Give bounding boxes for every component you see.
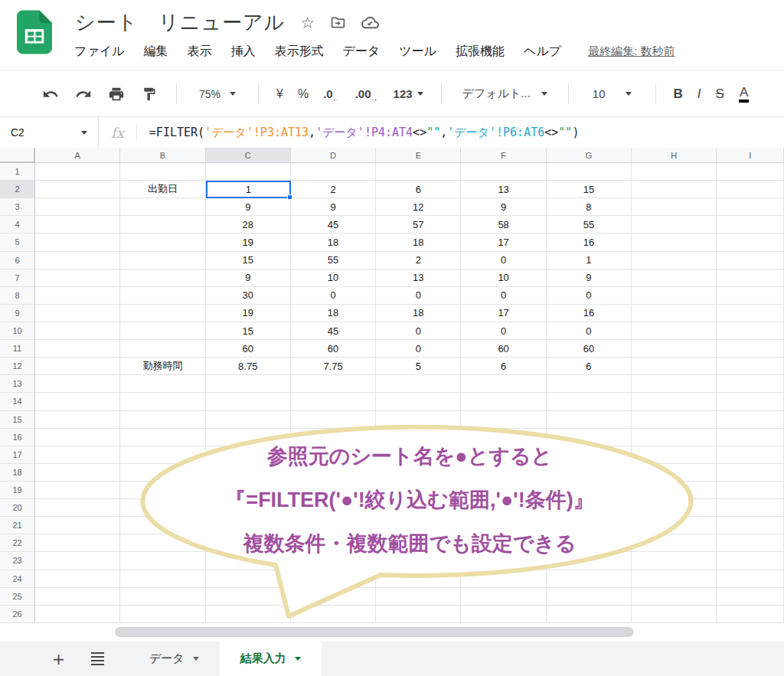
cell-B11[interactable]	[120, 340, 205, 358]
cell-G13[interactable]	[547, 375, 632, 393]
cell-C8[interactable]: 30	[206, 287, 291, 305]
last-edit-link[interactable]: 最終編集: 数秒前	[588, 44, 675, 59]
cell-G6[interactable]: 1	[547, 252, 632, 269]
row-header-6[interactable]: 6	[0, 252, 35, 269]
cell-I24[interactable]	[717, 570, 784, 588]
cell-B9[interactable]	[120, 305, 205, 322]
cell-D5[interactable]: 18	[291, 233, 376, 251]
undo-icon[interactable]	[41, 85, 60, 103]
cell-D11[interactable]: 60	[291, 340, 376, 358]
text-color-button[interactable]: A	[739, 85, 749, 103]
cell-A4[interactable]	[35, 216, 120, 233]
cell-I25[interactable]	[717, 588, 784, 606]
cell-A12[interactable]	[35, 358, 120, 375]
font-size-control[interactable]: 10	[586, 87, 638, 100]
cell-F3[interactable]: 9	[461, 198, 546, 216]
cell-I12[interactable]	[717, 358, 784, 375]
cell-B2[interactable]: 出勤日	[120, 181, 205, 198]
cell-G3[interactable]: 8	[547, 198, 632, 216]
cell-A13[interactable]	[35, 375, 120, 393]
menu-format[interactable]: 表示形式	[275, 44, 324, 60]
cell-E11[interactable]: 0	[376, 340, 461, 358]
cell-E6[interactable]: 2	[376, 252, 461, 269]
row-header-26[interactable]: 26	[0, 606, 35, 623]
cell-F9[interactable]: 17	[461, 305, 546, 322]
cell-B10[interactable]	[120, 322, 205, 340]
cell-I11[interactable]	[717, 340, 784, 358]
cell-A16[interactable]	[35, 429, 120, 446]
cell-H1[interactable]	[632, 163, 717, 181]
cell-D14[interactable]	[291, 393, 376, 410]
cell-A8[interactable]	[35, 287, 120, 305]
chevron-down-icon[interactable]	[193, 657, 199, 661]
cell-E3[interactable]: 12	[376, 198, 461, 216]
cell-A26[interactable]	[35, 606, 120, 623]
cell-A6[interactable]	[35, 252, 120, 269]
cell-F4[interactable]: 58	[461, 216, 546, 233]
cell-G2[interactable]: 15	[547, 181, 632, 198]
cell-I9[interactable]	[717, 305, 784, 322]
row-header-25[interactable]: 25	[0, 588, 35, 606]
cell-H5[interactable]	[632, 233, 717, 251]
cell-E8[interactable]: 0	[376, 287, 461, 305]
zoom-control[interactable]: 75%	[194, 88, 240, 100]
cell-I18[interactable]	[717, 464, 784, 482]
column-header-D[interactable]: D	[291, 148, 376, 163]
cell-E13[interactable]	[376, 375, 461, 393]
cell-E14[interactable]	[376, 393, 461, 410]
cell-C11[interactable]: 60	[206, 340, 291, 358]
format-percent-button[interactable]: %	[298, 87, 309, 101]
row-header-15[interactable]: 15	[0, 411, 35, 429]
cell-E5[interactable]: 18	[376, 233, 461, 251]
row-header-9[interactable]: 9	[0, 305, 35, 322]
cell-D3[interactable]: 9	[291, 198, 376, 216]
row-header-20[interactable]: 20	[0, 499, 35, 517]
cell-B13[interactable]	[120, 375, 205, 393]
cell-C14[interactable]	[206, 393, 291, 410]
row-header-11[interactable]: 11	[0, 340, 35, 358]
sheets-logo-icon[interactable]	[17, 10, 52, 57]
menu-edit[interactable]: 編集	[144, 44, 168, 60]
cell-A22[interactable]	[35, 534, 120, 552]
cell-H3[interactable]	[632, 198, 717, 216]
cell-B12[interactable]: 勤務時間	[120, 358, 205, 375]
cell-C4[interactable]: 28	[206, 216, 291, 233]
row-header-22[interactable]: 22	[0, 534, 35, 552]
cell-F6[interactable]: 0	[461, 252, 546, 269]
cell-E4[interactable]: 57	[376, 216, 461, 233]
cell-H11[interactable]	[632, 340, 717, 358]
row-header-7[interactable]: 7	[0, 269, 35, 287]
column-header-F[interactable]: F	[461, 148, 546, 163]
row-header-2[interactable]: 2	[0, 181, 35, 198]
cell-I2[interactable]	[717, 181, 784, 198]
cell-I14[interactable]	[717, 393, 784, 410]
paint-format-icon[interactable]	[140, 85, 158, 103]
menu-help[interactable]: ヘルプ	[524, 44, 561, 60]
row-header-14[interactable]: 14	[0, 393, 35, 410]
increase-decimal-button[interactable]: .00→	[355, 87, 379, 100]
row-header-5[interactable]: 5	[0, 233, 35, 251]
cell-B7[interactable]	[120, 269, 205, 287]
cell-C2[interactable]: 1	[206, 181, 291, 198]
cell-C7[interactable]: 9	[206, 269, 291, 287]
cell-A18[interactable]	[35, 464, 120, 482]
cell-B5[interactable]	[120, 233, 205, 251]
cell-I6[interactable]	[717, 252, 784, 269]
cell-I23[interactable]	[717, 552, 784, 570]
cell-D12[interactable]: 7.75	[291, 358, 376, 375]
cell-D1[interactable]	[291, 163, 376, 181]
cell-G14[interactable]	[547, 393, 632, 410]
cell-F8[interactable]: 0	[461, 287, 546, 305]
all-sheets-icon[interactable]	[91, 652, 104, 666]
cell-E12[interactable]: 5	[376, 358, 461, 375]
cell-D4[interactable]: 45	[291, 216, 376, 233]
cell-H9[interactable]	[632, 305, 717, 322]
row-header-23[interactable]: 23	[0, 552, 35, 570]
more-formats-button[interactable]: 123	[394, 87, 423, 100]
cell-A7[interactable]	[35, 269, 120, 287]
cell-I22[interactable]	[717, 534, 784, 552]
row-header-16[interactable]: 16	[0, 429, 35, 446]
cell-A10[interactable]	[35, 322, 120, 340]
cell-H12[interactable]	[632, 358, 717, 375]
chevron-down-icon[interactable]	[295, 657, 301, 661]
